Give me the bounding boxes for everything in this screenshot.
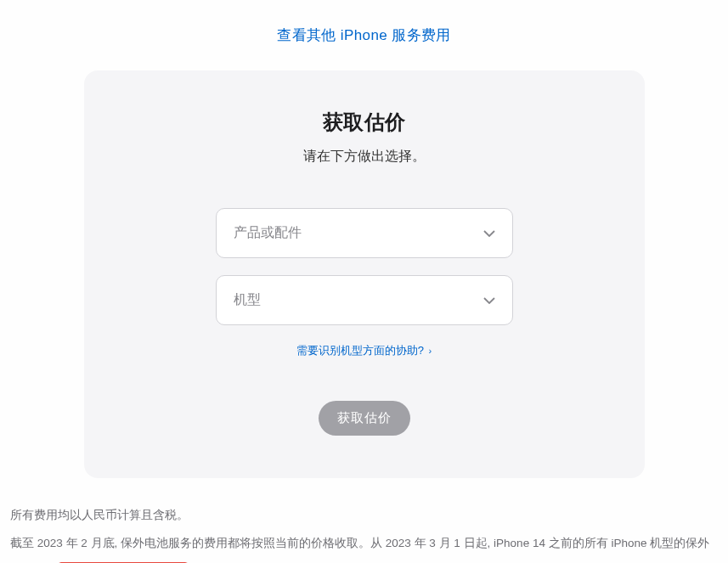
top-link-container: 查看其他 iPhone 服务费用	[0, 0, 728, 70]
chevron-down-icon	[483, 230, 495, 237]
footer-line-2-prefix: 截至 2023 年 2 月底, 保外电池服务的费用都将按照当前的价格收取。从 2…	[10, 537, 709, 563]
card-subtitle: 请在下方做出选择。	[118, 148, 611, 166]
model-select[interactable]: 机型	[216, 275, 513, 325]
identify-model-help-link[interactable]: 需要识别机型方面的协助? ›	[296, 344, 432, 357]
help-link-text: 需要识别机型方面的协助?	[296, 344, 424, 357]
product-select[interactable]: 产品或配件	[216, 208, 513, 258]
chevron-down-icon	[483, 297, 495, 304]
other-services-link[interactable]: 查看其他 iPhone 服务费用	[277, 27, 451, 43]
get-estimate-button[interactable]: 获取估价	[319, 401, 410, 436]
model-select-placeholder: 机型	[234, 291, 261, 309]
estimate-card: 获取估价 请在下方做出选择。 产品或配件 机型 需要识别机型方面的协助? › 获…	[84, 70, 645, 478]
footer-text: 所有费用均以人民币计算且含税。 截至 2023 年 2 月底, 保外电池服务的费…	[0, 495, 728, 563]
product-select-placeholder: 产品或配件	[234, 224, 302, 242]
chevron-right-icon: ›	[429, 346, 432, 356]
help-link-container: 需要识别机型方面的协助? ›	[118, 342, 611, 358]
footer-line-1: 所有费用均以人民币计算且含税。	[10, 502, 718, 528]
footer-line-2: 截至 2023 年 2 月底, 保外电池服务的费用都将按照当前的价格收取。从 2…	[10, 530, 718, 563]
card-title: 获取估价	[118, 109, 611, 136]
